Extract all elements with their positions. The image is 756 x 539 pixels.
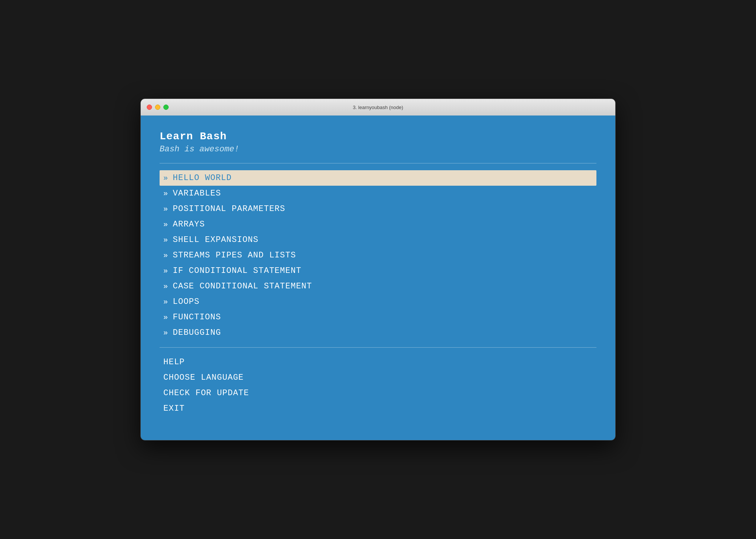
footer-item-check-for-update[interactable]: CHECK FOR UPDATE — [160, 385, 596, 401]
arrow-icon: » — [163, 220, 168, 229]
menu-item-variables[interactable]: »VARIABLES — [160, 186, 596, 201]
arrow-icon: » — [163, 189, 168, 198]
minimize-button[interactable] — [155, 105, 160, 110]
menu-item-label: FUNCTIONS — [173, 313, 221, 322]
traffic-lights — [147, 105, 169, 110]
menu-item-hello-world[interactable]: »HELLO WORLD — [160, 170, 596, 186]
arrow-icon: » — [163, 174, 168, 182]
maximize-button[interactable] — [163, 105, 169, 110]
arrow-icon: » — [163, 251, 168, 260]
menu-item-label: CASE CONDITIONAL STATEMENT — [173, 282, 312, 291]
menu-item-label: STREAMS PIPES AND LISTS — [173, 251, 296, 260]
arrow-icon: » — [163, 313, 168, 322]
menu-item-loops[interactable]: »LOOPS — [160, 294, 596, 310]
footer-item-help[interactable]: HELP — [160, 354, 596, 370]
app-subtitle: Bash is awesome! — [160, 145, 596, 154]
menu-item-arrays[interactable]: »ARRAYS — [160, 217, 596, 232]
titlebar: 3. learnyoubash (node) — [141, 99, 615, 116]
menu-item-label: ARRAYS — [173, 220, 205, 229]
menu-item-case-conditional-statement[interactable]: »CASE CONDITIONAL STATEMENT — [160, 279, 596, 294]
arrow-icon: » — [163, 205, 168, 213]
menu-item-label: VARIABLES — [173, 189, 221, 198]
footer-menu: HELPCHOOSE LANGUAGECHECK FOR UPDATEEXIT — [160, 354, 596, 416]
arrow-icon: » — [163, 266, 168, 275]
app-title: Learn Bash — [160, 131, 596, 142]
menu-item-shell-expansions[interactable]: »SHELL EXPANSIONS — [160, 232, 596, 248]
menu-item-streams-pipes-and-lists[interactable]: »STREAMS PIPES AND LISTS — [160, 248, 596, 263]
menu-item-label: LOOPS — [173, 297, 200, 306]
app-window: 3. learnyoubash (node) Learn Bash Bash i… — [140, 99, 616, 440]
menu-item-functions[interactable]: »FUNCTIONS — [160, 310, 596, 325]
menu-list: »HELLO WORLD»VARIABLES»POSITIONAL PARAME… — [160, 170, 596, 340]
window-title: 3. learnyoubash (node) — [353, 105, 403, 110]
menu-item-label: POSITIONAL PARAMETERS — [173, 204, 285, 214]
menu-item-positional-parameters[interactable]: »POSITIONAL PARAMETERS — [160, 201, 596, 217]
menu-item-label: DEBUGGING — [173, 328, 221, 337]
menu-item-label: HELLO WORLD — [173, 173, 232, 183]
menu-item-label: IF CONDITIONAL STATEMENT — [173, 266, 301, 276]
footer-item-exit[interactable]: EXIT — [160, 401, 596, 416]
arrow-icon: » — [163, 297, 168, 306]
close-button[interactable] — [147, 105, 152, 110]
menu-item-if-conditional-statement[interactable]: »IF CONDITIONAL STATEMENT — [160, 263, 596, 279]
arrow-icon: » — [163, 236, 168, 244]
menu-item-label: SHELL EXPANSIONS — [173, 235, 258, 245]
arrow-icon: » — [163, 328, 168, 337]
arrow-icon: » — [163, 282, 168, 291]
footer-item-choose-language[interactable]: CHOOSE LANGUAGE — [160, 370, 596, 385]
menu-item-debugging[interactable]: »DEBUGGING — [160, 325, 596, 340]
top-divider — [160, 163, 596, 163]
bottom-divider — [160, 347, 596, 348]
terminal-body: Learn Bash Bash is awesome! »HELLO WORLD… — [141, 116, 615, 440]
